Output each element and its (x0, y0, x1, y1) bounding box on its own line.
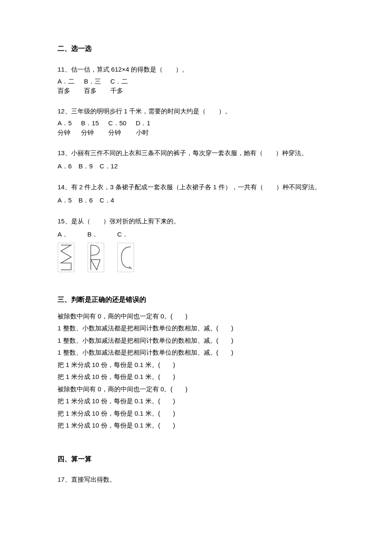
option-14-b: B．6 (78, 194, 92, 206)
question-14: 14、有 2 件上衣，3 条裙子配成一套衣服（上衣裙子各 1 件），一共有（ ）… (58, 181, 334, 206)
question-13-text: 13、小丽有三件不同的上衣和三条不同的裤子，每次穿一套衣服，她有（ ）种穿法。 (58, 147, 334, 159)
option-15-b: B． (87, 228, 104, 272)
option-label: A． (58, 228, 68, 240)
option-sub: 分钟 (58, 128, 70, 138)
option-14-c: C．4 (100, 194, 114, 206)
svg-rect-2 (118, 243, 134, 272)
option-12-d: D．1 小时 (136, 119, 150, 138)
question-15-text: 15、是从（ ）张对折的纸上剪下来的。 (58, 215, 334, 227)
option-14-a: A．5 (58, 194, 72, 206)
question-14-text: 14、有 2 件上衣，3 条裙子配成一套衣服（上衣裙子各 1 件），一共有（ ）… (58, 181, 334, 193)
section-4-heading: 四、算一算 (58, 453, 334, 465)
section-3-heading: 三、判断是正确的还是错误的 (58, 294, 334, 306)
judge-item: 把 1 米分成 10 份，每份是 0.1 米。( ) (58, 395, 334, 408)
svg-rect-1 (88, 243, 104, 272)
question-15: 15、是从（ ）张对折的纸上剪下来的。 A． B． C． (58, 215, 334, 272)
judge-item: 把 1 米分成 10 份，每份是 0.1 米。( ) (58, 359, 334, 371)
option-11-a: A．二 百多 (58, 77, 75, 96)
question-12-text: 12、三年级的明明步行 1 千米，需要的时间大约是（ ）。 (58, 105, 334, 117)
judge-item: 把 1 米分成 10 份，每份是 0.1 米。( ) (58, 419, 334, 432)
option-sub: 分钟 (108, 128, 121, 138)
question-12: 12、三年级的明明步行 1 千米，需要的时间大约是（ ）。 A．5 分钟 B．1… (58, 105, 334, 138)
option-label: A．5 (58, 119, 72, 128)
option-15-c: C． (117, 228, 134, 272)
option-13-b: B．9 (78, 160, 92, 172)
page-content: 二、选一选 11、估一估，算式 612×4 的得数是（ ）。 A．二 百多 B．… (0, 0, 392, 529)
option-11-b: B．三 百多 (84, 77, 101, 96)
judge-item: 1 整数、小数加减法都是把相同计数单位的数相加、减。( ) (58, 335, 334, 347)
option-label: C．二 (110, 77, 128, 87)
option-13-c: C．12 (100, 160, 118, 172)
option-label: B．三 (84, 77, 101, 87)
option-sub: 小时 (136, 128, 149, 138)
option-label: B． (87, 228, 98, 240)
option-12-c: C．50 分钟 (108, 119, 127, 138)
option-label: C． (117, 228, 128, 240)
question-17: 17、直接写出得数。 (58, 474, 334, 485)
judge-item: 1 整数、小数加减法都是把相同计数单位的数相加、减。( ) (58, 347, 334, 359)
question-13-options: A．6 B．9 C．12 (58, 160, 334, 172)
option-12-a: A．5 分钟 (58, 119, 72, 138)
option-11-c: C．二 千多 (110, 77, 128, 96)
option-sub: 千多 (110, 86, 123, 96)
option-sub: 分钟 (81, 128, 94, 138)
question-13: 13、小丽有三件不同的上衣和三条不同的裤子，每次穿一套衣服，她有（ ）种穿法。 … (58, 147, 334, 172)
judge-item: 被除数中间有 0，商的中间也一定有 0。( ) (58, 310, 334, 323)
option-label: B．15 (81, 119, 99, 128)
option-13-a: A．6 (58, 160, 72, 172)
svg-rect-0 (58, 243, 74, 272)
option-label: D．1 (136, 119, 150, 128)
question-14-options: A．5 B．6 C．4 (58, 194, 334, 206)
judge-list: 被除数中间有 0，商的中间也一定有 0。( ) 1 整数、小数加减法都是把相同计… (58, 310, 334, 432)
judge-item: 1 整数、小数加减法都是把相同计数单位的数相加、减。( ) (58, 322, 334, 335)
question-11-text: 11、估一估，算式 612×4 的得数是（ ）。 (58, 64, 334, 75)
judge-item: 把 1 米分成 10 份，每份是 0.1 米。( ) (58, 371, 334, 383)
section-2-heading: 二、选一选 (58, 43, 334, 55)
question-15-options: A． B． C． (58, 228, 334, 272)
option-sub: 百多 (84, 86, 97, 96)
judge-item: 被除数中间有 0，商的中间也一定有 0。( ) (58, 383, 334, 396)
question-11: 11、估一估，算式 612×4 的得数是（ ）。 A．二 百多 B．三 百多 C… (58, 64, 334, 96)
option-label: A．二 (58, 77, 75, 87)
question-11-options: A．二 百多 B．三 百多 C．二 千多 (58, 77, 334, 96)
fold-shape-c-icon (117, 243, 134, 272)
option-15-a: A． (58, 228, 75, 272)
fold-shape-b-icon (87, 243, 104, 272)
option-12-b: B．15 分钟 (81, 119, 99, 138)
option-sub: 百多 (58, 86, 70, 96)
option-label: C．50 (108, 119, 127, 128)
question-17-text: 17、直接写出得数。 (58, 474, 334, 485)
question-12-options: A．5 分钟 B．15 分钟 C．50 分钟 D．1 小时 (58, 119, 334, 138)
fold-shape-a-icon (58, 243, 75, 272)
judge-item: 把 1 米分成 10 份，每份是 0.1 米。( ) (58, 408, 334, 420)
